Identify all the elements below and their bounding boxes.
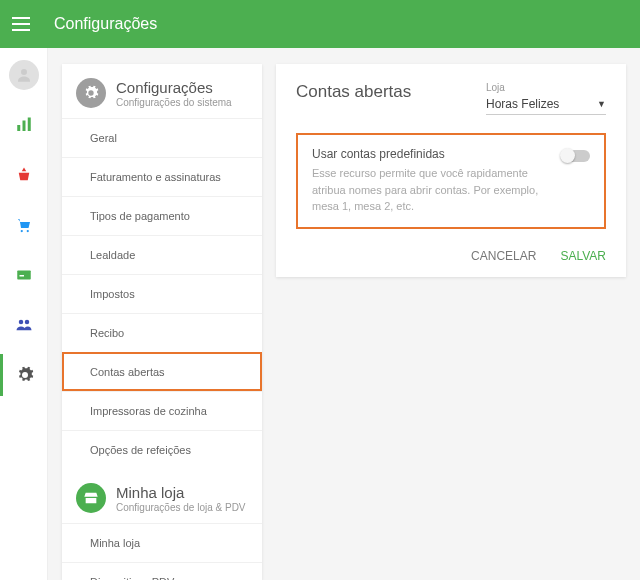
chevron-down-icon: ▼ bbox=[597, 99, 606, 109]
svg-rect-7 bbox=[19, 275, 24, 277]
store-icon bbox=[76, 483, 106, 513]
cancel-button[interactable]: CANCELAR bbox=[471, 249, 536, 263]
sidebar-item-tipos-pagamento[interactable]: Tipos de pagamento bbox=[62, 196, 262, 235]
cart-icon[interactable] bbox=[0, 204, 48, 246]
svg-rect-2 bbox=[22, 121, 25, 132]
card-icon[interactable] bbox=[0, 254, 48, 296]
chart-icon[interactable] bbox=[0, 104, 48, 146]
gear-icon bbox=[76, 78, 106, 108]
sidebar-item-impressoras[interactable]: Impressoras de cozinha bbox=[62, 391, 262, 430]
store-label: Loja bbox=[486, 82, 606, 93]
group-title: Configurações bbox=[116, 79, 232, 96]
toggle-title: Usar contas predefinidas bbox=[312, 147, 548, 161]
sidebar-item-contas-abertas[interactable]: Contas abertas bbox=[62, 352, 262, 391]
save-button[interactable]: SALVAR bbox=[560, 249, 606, 263]
store-group-header: Minha loja Configurações de loja & PDV bbox=[62, 469, 262, 523]
group-title: Minha loja bbox=[116, 484, 246, 501]
icon-sidebar bbox=[0, 48, 48, 580]
settings-group-header: Configurações Configurações do sistema bbox=[62, 64, 262, 118]
svg-rect-1 bbox=[17, 125, 20, 131]
menu-icon[interactable] bbox=[12, 12, 36, 36]
card-title: Contas abertas bbox=[296, 82, 411, 102]
settings-card: Contas abertas Loja Horas Felizes ▼ Usar… bbox=[276, 64, 626, 277]
settings-sidebar: Configurações Configurações do sistema G… bbox=[62, 64, 262, 580]
store-value: Horas Felizes bbox=[486, 97, 559, 111]
svg-point-4 bbox=[20, 230, 22, 232]
sidebar-item-faturamento[interactable]: Faturamento e assinaturas bbox=[62, 157, 262, 196]
sidebar-item-dispositivos[interactable]: Dispositivos PDV bbox=[62, 562, 262, 580]
store-select[interactable]: Loja Horas Felizes ▼ bbox=[486, 82, 606, 115]
svg-rect-3 bbox=[27, 118, 30, 132]
sidebar-item-refeicoes[interactable]: Opções de refeições bbox=[62, 430, 262, 469]
group-subtitle: Configurações do sistema bbox=[116, 97, 232, 108]
users-icon[interactable] bbox=[0, 304, 48, 346]
svg-point-9 bbox=[24, 320, 29, 325]
sidebar-item-geral[interactable]: Geral bbox=[62, 118, 262, 157]
page-title: Configurações bbox=[54, 15, 157, 33]
svg-point-0 bbox=[21, 69, 27, 75]
svg-point-5 bbox=[26, 230, 28, 232]
group-subtitle: Configurações de loja & PDV bbox=[116, 502, 246, 513]
topbar: Configurações bbox=[0, 0, 640, 48]
predefined-accounts-toggle[interactable] bbox=[562, 150, 590, 162]
sidebar-item-impostos[interactable]: Impostos bbox=[62, 274, 262, 313]
predefined-accounts-setting: Usar contas predefinidas Esse recurso pe… bbox=[296, 133, 606, 229]
sidebar-item-minha-loja[interactable]: Minha loja bbox=[62, 523, 262, 562]
main-content: Contas abertas Loja Horas Felizes ▼ Usar… bbox=[276, 64, 626, 580]
gear-icon[interactable] bbox=[0, 354, 48, 396]
svg-point-8 bbox=[18, 320, 23, 325]
sidebar-item-recibo[interactable]: Recibo bbox=[62, 313, 262, 352]
sidebar-item-lealdade[interactable]: Lealdade bbox=[62, 235, 262, 274]
basket-icon[interactable] bbox=[0, 154, 48, 196]
avatar[interactable] bbox=[0, 54, 48, 96]
toggle-description: Esse recurso permite que você rapidament… bbox=[312, 165, 548, 215]
